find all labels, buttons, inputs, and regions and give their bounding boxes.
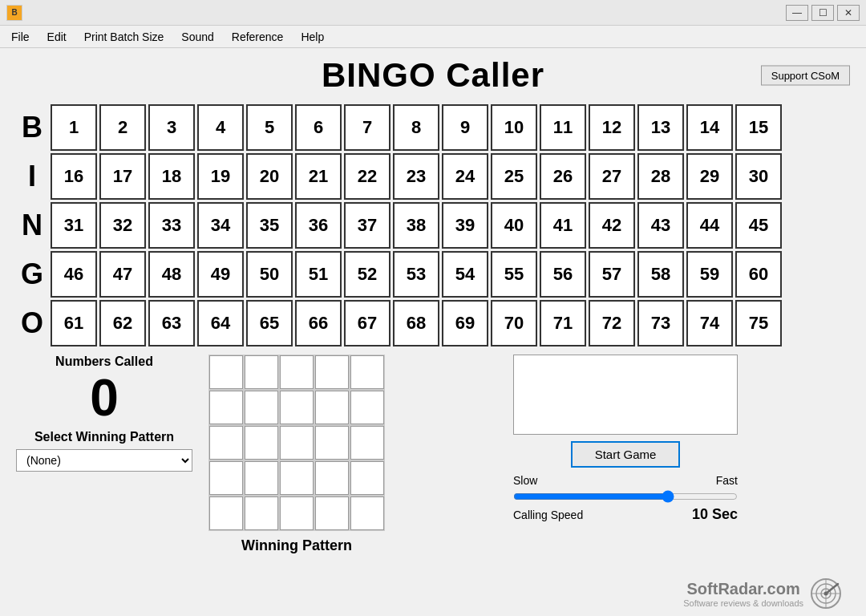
pattern-cell-6[interactable] xyxy=(245,391,278,424)
bingo-cell-43[interactable]: 43 xyxy=(637,202,684,249)
pattern-cell-9[interactable] xyxy=(350,391,384,424)
bingo-cell-16[interactable]: 16 xyxy=(51,153,97,200)
bingo-cell-75[interactable]: 75 xyxy=(735,300,782,346)
bingo-cell-49[interactable]: 49 xyxy=(197,251,244,298)
menu-edit[interactable]: Edit xyxy=(39,27,75,47)
bingo-cell-41[interactable]: 41 xyxy=(540,202,586,249)
bingo-cell-52[interactable]: 52 xyxy=(344,251,391,298)
minimize-button[interactable]: — xyxy=(786,5,808,21)
pattern-cell-7[interactable] xyxy=(280,391,314,424)
bingo-cell-48[interactable]: 48 xyxy=(148,251,195,298)
bingo-cell-30[interactable]: 30 xyxy=(735,153,782,200)
bingo-cell-61[interactable]: 61 xyxy=(51,300,97,346)
bingo-cell-23[interactable]: 23 xyxy=(393,153,439,200)
bingo-cell-72[interactable]: 72 xyxy=(589,300,635,346)
pattern-cell-19[interactable] xyxy=(350,461,384,495)
bingo-cell-69[interactable]: 69 xyxy=(442,300,488,346)
pattern-cell-14[interactable] xyxy=(350,426,384,460)
bingo-cell-31[interactable]: 31 xyxy=(51,202,97,249)
menu-print[interactable]: Print Batch Size xyxy=(76,27,172,47)
pattern-cell-11[interactable] xyxy=(245,426,278,460)
bingo-cell-44[interactable]: 44 xyxy=(686,202,733,249)
bingo-cell-14[interactable]: 14 xyxy=(686,104,733,151)
bingo-cell-68[interactable]: 68 xyxy=(393,300,439,346)
pattern-cell-15[interactable] xyxy=(209,461,243,495)
bingo-cell-56[interactable]: 56 xyxy=(540,251,586,298)
pattern-cell-4[interactable] xyxy=(350,355,384,389)
bingo-cell-20[interactable]: 20 xyxy=(246,153,293,200)
bingo-cell-58[interactable]: 58 xyxy=(637,251,684,298)
bingo-cell-59[interactable]: 59 xyxy=(686,251,733,298)
pattern-cell-0[interactable] xyxy=(209,355,243,389)
bingo-cell-21[interactable]: 21 xyxy=(295,153,342,200)
pattern-cell-16[interactable] xyxy=(245,461,278,495)
bingo-cell-34[interactable]: 34 xyxy=(197,202,244,249)
bingo-cell-4[interactable]: 4 xyxy=(197,104,244,151)
speed-slider[interactable] xyxy=(513,490,738,503)
pattern-dropdown[interactable]: (None) xyxy=(16,449,192,472)
bingo-cell-11[interactable]: 11 xyxy=(540,104,586,151)
bingo-cell-28[interactable]: 28 xyxy=(637,153,684,200)
bingo-cell-19[interactable]: 19 xyxy=(197,153,244,200)
pattern-cell-20[interactable] xyxy=(209,496,243,530)
bingo-cell-39[interactable]: 39 xyxy=(442,202,488,249)
bingo-cell-46[interactable]: 46 xyxy=(51,251,97,298)
pattern-cell-2[interactable] xyxy=(280,355,314,389)
bingo-cell-62[interactable]: 62 xyxy=(99,300,146,346)
close-button[interactable]: ✕ xyxy=(837,5,860,21)
bingo-cell-1[interactable]: 1 xyxy=(51,104,97,151)
bingo-cell-67[interactable]: 67 xyxy=(344,300,391,346)
bingo-cell-74[interactable]: 74 xyxy=(686,300,733,346)
bingo-cell-12[interactable]: 12 xyxy=(589,104,635,151)
bingo-cell-66[interactable]: 66 xyxy=(295,300,342,346)
support-button[interactable]: Support CSoM xyxy=(761,66,850,86)
bingo-cell-27[interactable]: 27 xyxy=(589,153,635,200)
bingo-cell-17[interactable]: 17 xyxy=(99,153,146,200)
bingo-cell-55[interactable]: 55 xyxy=(491,251,537,298)
bingo-cell-70[interactable]: 70 xyxy=(491,300,537,346)
bingo-cell-50[interactable]: 50 xyxy=(246,251,293,298)
bingo-cell-63[interactable]: 63 xyxy=(148,300,195,346)
bingo-cell-8[interactable]: 8 xyxy=(393,104,439,151)
bingo-cell-38[interactable]: 38 xyxy=(393,202,439,249)
bingo-cell-33[interactable]: 33 xyxy=(148,202,195,249)
menu-help[interactable]: Help xyxy=(293,27,332,47)
bingo-cell-3[interactable]: 3 xyxy=(148,104,195,151)
bingo-cell-2[interactable]: 2 xyxy=(99,104,146,151)
pattern-cell-24[interactable] xyxy=(350,496,384,530)
bingo-cell-40[interactable]: 40 xyxy=(491,202,537,249)
menu-reference[interactable]: Reference xyxy=(224,27,292,47)
pattern-cell-23[interactable] xyxy=(315,496,349,530)
menu-sound[interactable]: Sound xyxy=(173,27,221,47)
bingo-cell-64[interactable]: 64 xyxy=(197,300,244,346)
pattern-cell-12[interactable] xyxy=(280,426,314,460)
bingo-cell-22[interactable]: 22 xyxy=(344,153,391,200)
bingo-cell-25[interactable]: 25 xyxy=(491,153,537,200)
bingo-cell-35[interactable]: 35 xyxy=(246,202,293,249)
bingo-cell-32[interactable]: 32 xyxy=(99,202,146,249)
maximize-button[interactable]: ☐ xyxy=(811,5,834,21)
bingo-cell-45[interactable]: 45 xyxy=(735,202,782,249)
pattern-cell-21[interactable] xyxy=(245,496,278,530)
bingo-cell-29[interactable]: 29 xyxy=(686,153,733,200)
pattern-cell-22[interactable] xyxy=(280,496,314,530)
bingo-cell-15[interactable]: 15 xyxy=(735,104,782,151)
bingo-cell-26[interactable]: 26 xyxy=(540,153,586,200)
bingo-cell-18[interactable]: 18 xyxy=(148,153,195,200)
bingo-cell-37[interactable]: 37 xyxy=(344,202,391,249)
bingo-cell-9[interactable]: 9 xyxy=(442,104,488,151)
bingo-cell-73[interactable]: 73 xyxy=(637,300,684,346)
bingo-cell-7[interactable]: 7 xyxy=(344,104,391,151)
start-game-button[interactable]: Start Game xyxy=(571,441,681,468)
bingo-cell-53[interactable]: 53 xyxy=(393,251,439,298)
bingo-cell-65[interactable]: 65 xyxy=(246,300,293,346)
pattern-cell-18[interactable] xyxy=(315,461,349,495)
pattern-cell-8[interactable] xyxy=(315,391,349,424)
bingo-cell-71[interactable]: 71 xyxy=(540,300,586,346)
bingo-cell-24[interactable]: 24 xyxy=(442,153,488,200)
menu-file[interactable]: File xyxy=(3,27,38,47)
bingo-cell-42[interactable]: 42 xyxy=(589,202,635,249)
pattern-cell-10[interactable] xyxy=(209,426,243,460)
bingo-cell-6[interactable]: 6 xyxy=(295,104,342,151)
pattern-cell-5[interactable] xyxy=(209,391,243,424)
